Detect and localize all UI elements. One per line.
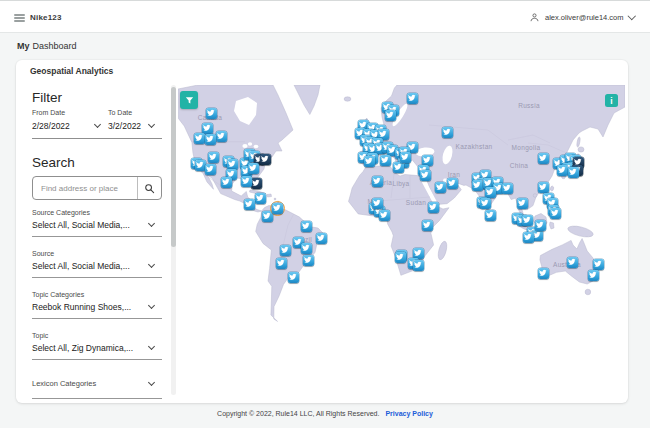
menu-icon[interactable] (14, 14, 25, 22)
map-cluster-marker[interactable] (407, 93, 418, 104)
map-cluster-marker[interactable] (208, 152, 219, 163)
map-cluster-marker[interactable] (395, 252, 406, 263)
map-cluster-marker[interactable] (538, 153, 549, 164)
map-cluster-marker[interactable] (255, 193, 266, 204)
map-cluster-marker[interactable] (372, 198, 383, 209)
map-cluster-marker[interactable] (538, 268, 549, 279)
map-cluster-marker[interactable] (522, 215, 533, 226)
map-cluster-marker[interactable] (276, 258, 287, 269)
filter-field-topic: TopicSelect All, Zig Dynamica,... (32, 331, 162, 360)
map-cluster-marker[interactable] (205, 164, 216, 175)
filter-field-source: SourceSelect All, Social Media,... (32, 249, 162, 278)
map-cluster-marker[interactable] (422, 155, 433, 166)
map-cluster-marker[interactable] (523, 232, 534, 243)
source-select[interactable]: Select All, Social Media,... (32, 258, 162, 278)
map-cluster-marker[interactable] (316, 233, 327, 244)
map-filter-button[interactable] (180, 91, 198, 109)
chevron-down-icon (148, 220, 155, 227)
page-title: Dashboard (33, 41, 77, 51)
map-cluster-marker[interactable] (301, 243, 312, 254)
map-cluster-marker[interactable] (379, 210, 390, 221)
map-cluster-marker[interactable] (535, 220, 546, 231)
search-box (32, 176, 162, 200)
sidebar-scrollbar-thumb[interactable] (171, 87, 176, 247)
map-cluster-marker[interactable] (538, 182, 549, 193)
brand-logo: Nike123 (30, 1, 62, 34)
search-button[interactable] (137, 177, 161, 199)
info-icon: i (610, 96, 612, 106)
map-cluster-marker[interactable] (593, 259, 604, 270)
map-cluster-marker[interactable] (485, 187, 496, 198)
map-cluster-marker[interactable] (272, 203, 283, 214)
funnel-icon (184, 95, 195, 106)
topic-select[interactable]: Select All, Zig Dynamica,... (32, 340, 162, 360)
map-cluster-marker[interactable] (194, 133, 205, 144)
map-cluster-marker[interactable] (442, 127, 453, 138)
map-cluster-marker[interactable] (241, 176, 252, 187)
map-cluster-marker[interactable] (485, 210, 496, 221)
map-cluster-marker[interactable] (385, 110, 396, 121)
user-menu[interactable]: alex.oliver@rule14.com (529, 1, 634, 34)
map-cluster-marker[interactable] (472, 180, 483, 191)
map-cluster-marker[interactable] (435, 182, 446, 193)
navbar: Nike123 alex.oliver@rule14.com (0, 0, 650, 33)
to-date-select[interactable]: 3/2/2022 (108, 120, 162, 132)
map-cluster-marker[interactable] (202, 123, 213, 134)
map-cluster-marker[interactable] (216, 131, 227, 142)
search-icon (144, 183, 155, 194)
map-cluster-marker[interactable] (260, 154, 271, 165)
map-cluster-marker[interactable] (195, 160, 206, 171)
map-cluster-marker[interactable] (588, 270, 599, 281)
from-date-label: From Date (32, 108, 108, 117)
footer: Copyright © 2022, Rule14 LLC, All Rights… (0, 410, 650, 417)
breadcrumb: My Dashboard (17, 33, 77, 59)
map-cluster-marker[interactable] (248, 163, 259, 174)
map-cluster-marker[interactable] (227, 159, 238, 170)
map-cluster-marker[interactable] (251, 178, 262, 189)
map-cluster-marker[interactable] (413, 260, 424, 271)
from-date-select[interactable]: 2/28/2022 (32, 120, 108, 132)
map-cluster-marker[interactable] (550, 208, 561, 219)
map-cluster-marker[interactable] (372, 176, 383, 187)
copyright-text: Copyright © 2022, Rule14 LLC, All Rights… (217, 410, 379, 417)
map-cluster-marker[interactable] (205, 134, 216, 145)
map-cluster-marker[interactable] (400, 152, 411, 163)
search-input[interactable] (33, 177, 137, 199)
map-cluster-marker[interactable] (568, 167, 579, 178)
map-cluster-marker[interactable] (422, 220, 433, 231)
map-cluster-marker[interactable] (301, 221, 312, 232)
map-cluster-marker[interactable] (244, 199, 255, 210)
map-cluster-marker[interactable] (413, 248, 424, 259)
map-cluster-marker[interactable] (303, 255, 314, 266)
chevron-down-icon (148, 261, 155, 268)
source-categories-select[interactable]: Select All, Social Media,... (32, 217, 162, 237)
page-title-prefix: My (17, 41, 30, 51)
date-range-row: From Date 2/28/2022 To Date 3/2/2022 (32, 108, 162, 139)
map-cluster-marker[interactable] (206, 108, 217, 119)
map-cluster-marker[interactable] (393, 162, 404, 173)
user-email: alex.oliver@rule14.com (545, 13, 623, 22)
map-cluster-marker[interactable] (288, 272, 299, 283)
map-cluster-marker[interactable] (557, 165, 568, 176)
map-cluster-marker[interactable] (502, 183, 513, 194)
map-info-button[interactable]: i (605, 94, 618, 107)
map-cluster-marker[interactable] (447, 178, 458, 189)
map-cluster-marker[interactable] (420, 170, 431, 181)
map-cluster-marker[interactable] (517, 198, 528, 209)
user-icon (529, 12, 540, 23)
topic-categories-select[interactable]: Reebok Running Shoes,... (32, 299, 162, 319)
filter-fields: Source CategoriesSelect All, Social Medi… (32, 208, 162, 399)
filter-heading: Filter (32, 90, 162, 105)
privacy-policy-link[interactable]: Privacy Policy (385, 410, 432, 417)
lexicon-categories-select[interactable]: Lexicon Categories (32, 378, 162, 399)
from-date-field: From Date 2/28/2022 (32, 108, 108, 132)
map-markers-layer (178, 85, 625, 395)
map-cluster-marker[interactable] (428, 202, 439, 213)
map-cluster-marker[interactable] (221, 177, 232, 188)
map-cluster-marker[interactable] (364, 156, 375, 167)
map-cluster-marker[interactable] (567, 257, 578, 268)
map-canvas[interactable]: CanadaRussiaKazakhstanMongoliaChinaIranA… (178, 85, 625, 395)
map-cluster-marker[interactable] (380, 155, 391, 166)
map-cluster-marker[interactable] (280, 245, 291, 256)
map-cluster-marker[interactable] (480, 198, 491, 209)
